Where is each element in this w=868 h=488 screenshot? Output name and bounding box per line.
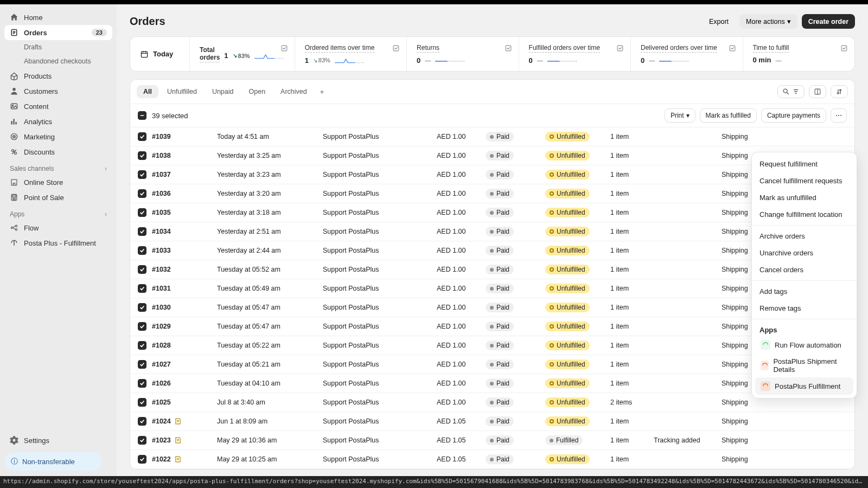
metric-time-to-fulfill[interactable]: Time to fulfill0 min— xyxy=(743,37,854,71)
metric-ordered-items-over-time[interactable]: Ordered items over time1↘83% xyxy=(295,37,407,71)
order-row[interactable]: #1031 Tuesday at 05:49 am Support PostaP… xyxy=(130,279,854,298)
menu-remove-tags[interactable]: Remove tags xyxy=(752,300,857,317)
channel-point-of-sale[interactable]: Point of Sale xyxy=(4,190,112,205)
order-row[interactable]: #1025 Jul 8 at 3:40 am Support PostaPlus… xyxy=(130,393,854,412)
nav-marketing[interactable]: Marketing xyxy=(4,129,112,144)
order-id[interactable]: #1029 xyxy=(152,323,217,330)
order-row[interactable]: #1024 Jun 1 at 8:09 am Support PostaPlus… xyxy=(130,412,854,431)
row-checkbox[interactable] xyxy=(138,379,146,388)
row-checkbox[interactable] xyxy=(138,455,146,464)
row-checkbox[interactable] xyxy=(138,265,146,274)
mark-fulfilled-button[interactable]: Mark as fulfilled xyxy=(700,108,757,123)
order-id[interactable]: #1023 xyxy=(152,436,217,444)
metric-total-orders[interactable]: Total orders1↘83% xyxy=(190,37,295,71)
capture-payments-button[interactable]: Capture payments xyxy=(761,108,826,123)
tab-all[interactable]: All xyxy=(137,85,158,98)
order-id[interactable]: #1026 xyxy=(152,380,217,387)
row-checkbox[interactable] xyxy=(138,341,146,350)
order-id[interactable]: #1027 xyxy=(152,361,217,368)
menu-cancel-orders[interactable]: Cancel orders xyxy=(752,261,857,278)
row-checkbox[interactable] xyxy=(138,189,146,198)
date-range-picker[interactable]: Today xyxy=(130,37,190,71)
row-checkbox[interactable] xyxy=(138,208,146,217)
more-bulk-actions-button[interactable]: ⋯ xyxy=(831,108,847,123)
nav-analytics[interactable]: Analytics xyxy=(4,114,112,129)
order-id[interactable]: #1022 xyxy=(152,455,217,463)
row-checkbox[interactable] xyxy=(138,360,146,369)
nav-products[interactable]: Products xyxy=(4,68,112,84)
nav-home[interactable]: Home xyxy=(4,10,112,25)
sort-button[interactable] xyxy=(831,85,848,98)
tab-unfulfilled[interactable]: Unfulfilled xyxy=(161,85,203,98)
order-id[interactable]: #1024 xyxy=(152,418,217,425)
order-row[interactable]: #1037 Yesterday at 3:23 am Support Posta… xyxy=(130,165,854,184)
order-row[interactable]: #1029 Tuesday at 05:47 am Support PostaP… xyxy=(130,317,854,336)
order-row[interactable]: #1038 Yesterday at 3:25 am Support Posta… xyxy=(130,146,854,165)
nav-orders[interactable]: Orders23 xyxy=(4,25,112,40)
app-flow[interactable]: Flow xyxy=(4,220,112,235)
order-id[interactable]: #1032 xyxy=(152,266,217,273)
order-id[interactable]: #1033 xyxy=(152,247,217,254)
order-row[interactable]: #1035 Yesterday at 3:18 am Support Posta… xyxy=(130,203,854,222)
nav-discounts[interactable]: Discounts xyxy=(4,144,112,159)
tab-unpaid[interactable]: Unpaid xyxy=(206,85,240,98)
row-checkbox[interactable] xyxy=(138,398,146,407)
order-id[interactable]: #1039 xyxy=(152,133,217,140)
menu-archive-orders[interactable]: Archive orders xyxy=(752,228,857,245)
order-row[interactable]: #1026 Tuesday at 04:10 am Support PostaP… xyxy=(130,374,854,393)
order-row[interactable]: #1028 Tuesday at 05:22 am Support PostaP… xyxy=(130,336,854,355)
order-id[interactable]: #1030 xyxy=(152,304,217,311)
row-checkbox[interactable] xyxy=(138,322,146,331)
metric-delivered-orders-over-time[interactable]: Delivered orders over time0— xyxy=(631,37,743,71)
order-id[interactable]: #1035 xyxy=(152,209,217,216)
order-id[interactable]: #1034 xyxy=(152,228,217,235)
order-id[interactable]: #1037 xyxy=(152,171,217,178)
sales-channels-header[interactable]: Sales channels› xyxy=(4,159,112,175)
menu-app-run-flow-automation[interactable]: Run Flow automation xyxy=(755,336,853,354)
nav-sub-drafts[interactable]: Drafts xyxy=(4,40,112,54)
search-filter-button[interactable] xyxy=(777,85,805,98)
row-checkbox[interactable] xyxy=(138,436,146,445)
row-checkbox[interactable] xyxy=(138,227,146,236)
nav-content[interactable]: Content xyxy=(4,99,112,114)
print-button[interactable]: Print▾ xyxy=(665,108,695,123)
menu-request-fulfillment[interactable]: Request fulfillment xyxy=(752,156,857,172)
add-tab-button[interactable]: + xyxy=(316,86,329,98)
order-row[interactable]: #1039 Today at 4:51 am Support PostaPlus… xyxy=(130,127,854,146)
menu-add-tags[interactable]: Add tags xyxy=(752,283,857,300)
columns-button[interactable] xyxy=(809,85,826,98)
channel-online-store[interactable]: Online Store xyxy=(4,175,112,190)
apps-header[interactable]: Apps› xyxy=(4,205,112,220)
order-row[interactable]: #1032 Tuesday at 05:52 am Support PostaP… xyxy=(130,260,854,279)
metric-fulfilled-orders-over-time[interactable]: Fulfilled orders over time0— xyxy=(519,37,631,71)
menu-change-fulfillment-location[interactable]: Change fulfillment location xyxy=(752,206,857,223)
export-button[interactable]: Export xyxy=(703,14,735,29)
row-checkbox[interactable] xyxy=(138,170,146,179)
tab-open[interactable]: Open xyxy=(242,85,272,98)
nav-customers[interactable]: Customers xyxy=(4,84,112,99)
nav-sub-abandoned-checkouts[interactable]: Abandoned checkouts xyxy=(4,54,112,68)
menu-app-postaplus-fulfillment[interactable]: PostaPlus Fulfillment xyxy=(755,377,853,395)
order-id[interactable]: #1025 xyxy=(152,399,217,406)
menu-cancel-fulfillment-requests[interactable]: Cancel fulfillment requests xyxy=(752,172,857,189)
metric-returns[interactable]: Returns0— xyxy=(407,37,519,71)
app-posta-plus-fulfillment[interactable]: Posta Plus - Fulfillment xyxy=(4,235,112,251)
order-id[interactable]: #1038 xyxy=(152,152,217,159)
order-row[interactable]: #1027 Tuesday at 05:21 am Support PostaP… xyxy=(130,355,854,374)
order-row[interactable]: #1033 Yesterday at 2:44 am Support Posta… xyxy=(130,241,854,260)
order-id[interactable]: #1031 xyxy=(152,285,217,292)
row-checkbox[interactable] xyxy=(138,132,146,141)
order-id[interactable]: #1036 xyxy=(152,190,217,197)
menu-mark-as-unfulfilled[interactable]: Mark as unfulfilled xyxy=(752,189,857,206)
menu-unarchive-orders[interactable]: Unarchive orders xyxy=(752,245,857,261)
create-order-button[interactable]: Create order xyxy=(802,14,855,29)
order-id[interactable]: #1028 xyxy=(152,342,217,349)
row-checkbox[interactable] xyxy=(138,151,146,160)
tab-archived[interactable]: Archived xyxy=(274,85,314,98)
row-checkbox[interactable] xyxy=(138,284,146,293)
order-row[interactable]: #1034 Yesterday at 2:51 am Support Posta… xyxy=(130,222,854,241)
select-all-checkbox[interactable] xyxy=(138,111,146,120)
row-checkbox[interactable] xyxy=(138,303,146,312)
more-actions-button[interactable]: More actions▾ xyxy=(739,14,797,29)
row-checkbox[interactable] xyxy=(138,246,146,255)
